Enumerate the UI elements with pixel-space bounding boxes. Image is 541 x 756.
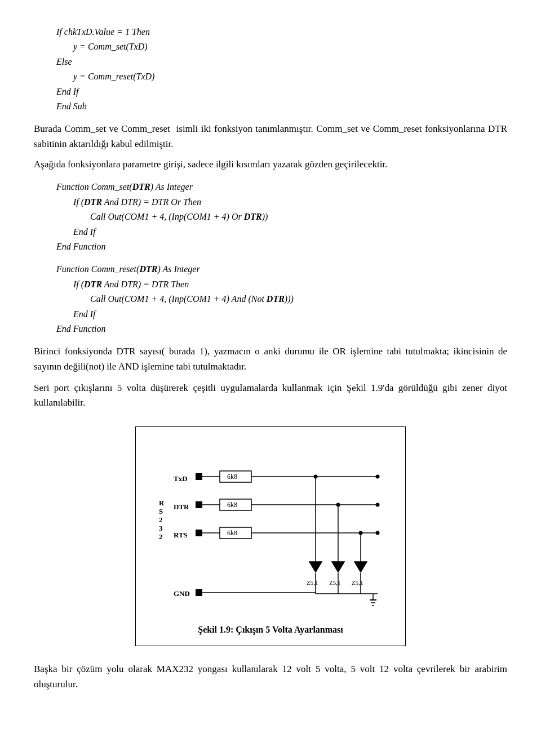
svg-text:2: 2 <box>159 532 163 541</box>
svg-text:2: 2 <box>159 515 163 524</box>
dtr-label: DTR <box>174 502 189 511</box>
paragraph-intro2: Aşağıda fonksiyonlara parametre girişi, … <box>34 157 507 172</box>
code-line: End Function <box>56 239 507 254</box>
code-line: If (DTR And DTR) = DTR Or Then <box>73 195 507 210</box>
code-line: y = Comm_set(TxD) <box>73 39 507 54</box>
rts-resistor-label: 6k8 <box>227 529 237 537</box>
figure-caption-text: Şekil 1.9: Çıkışın 5 Volta Ayarlanması <box>198 625 343 634</box>
code-line: End If <box>73 225 507 239</box>
rts-connector <box>196 530 202 536</box>
code-line: Function Comm_set(DTR) As Integer <box>56 180 507 194</box>
zener2-triangle <box>331 562 345 573</box>
code-line: If (DTR And DTR) = DTR Then <box>73 277 507 292</box>
dtr-terminal <box>376 502 380 506</box>
zener3-triangle <box>354 562 367 573</box>
code-line: Call Out(COM1 + 4, (Inp(COM1 + 4) And (N… <box>90 292 507 306</box>
code-block-3: Function Comm_reset(DTR) As Integer If (… <box>56 262 507 336</box>
txd-label: TxD <box>174 474 188 483</box>
page-content: If chkTxD.Value = 1 Then y = Comm_set(Tx… <box>34 25 507 692</box>
txd-terminal <box>376 474 380 478</box>
code-block-1: If chkTxD.Value = 1 Then y = Comm_set(Tx… <box>56 25 507 114</box>
rts-label: RTS <box>174 531 188 539</box>
zener2-label: Z5,1 <box>329 579 340 586</box>
code-line: End Function <box>56 322 507 336</box>
figure-caption: Şekil 1.9: Çıkışın 5 Volta Ayarlanması <box>198 623 343 637</box>
code-line: End If <box>73 307 507 322</box>
svg-text:3: 3 <box>159 524 163 532</box>
zener1-triangle <box>309 562 322 573</box>
txd-resistor-label: 6k8 <box>227 473 237 481</box>
rs232-label: R <box>159 499 165 507</box>
paragraph-explanation3: Başka bir çözüm yolu olarak MAX232 yonga… <box>34 662 507 692</box>
gnd-connector <box>196 589 202 596</box>
gnd-label: GND <box>174 589 190 598</box>
code-line: End Sub <box>56 99 507 114</box>
code-line: Call Out(COM1 + 4, (Inp(COM1 + 4) Or DTR… <box>90 210 507 224</box>
paragraph-explanation2: Seri port çıkışlarını 5 volta düşürerek … <box>34 381 507 411</box>
code-line: Else <box>56 55 507 69</box>
code-block-2: Function Comm_set(DTR) As Integer If (DT… <box>56 180 507 254</box>
figure-circuit: R S 2 3 2 TxD 6k8 DTR <box>135 426 406 647</box>
code-line: y = Comm_reset(TxD) <box>73 69 507 84</box>
txd-connector <box>196 473 202 480</box>
zener3-label: Z5,1 <box>352 579 363 586</box>
code-line: If chkTxD.Value = 1 Then <box>56 25 507 39</box>
rts-terminal <box>376 531 380 535</box>
zener1-label: Z5,1 <box>307 579 318 586</box>
dtr-connector <box>196 501 202 508</box>
paragraph-intro1: Burada Comm_set ve Comm_reset isimli iki… <box>34 122 507 152</box>
dtr-resistor-label: 6k8 <box>227 501 237 509</box>
circuit-diagram: R S 2 3 2 TxD 6k8 DTR <box>152 441 389 615</box>
code-line: Function Comm_reset(DTR) As Integer <box>56 262 507 277</box>
svg-text:S: S <box>159 507 163 515</box>
code-line: End If <box>56 85 507 99</box>
paragraph-explanation1: Birinci fonksiyonda DTR sayısı( burada 1… <box>34 344 507 374</box>
